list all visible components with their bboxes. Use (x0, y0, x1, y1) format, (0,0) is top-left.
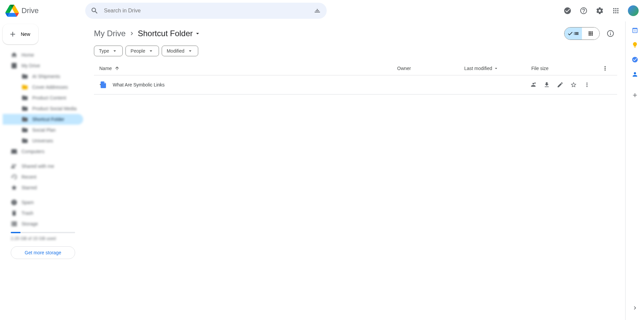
column-owner[interactable]: Owner (397, 66, 464, 71)
search-bar[interactable] (85, 3, 327, 19)
sidebar-item-recent[interactable]: Recent (3, 172, 83, 182)
trash-icon (11, 210, 17, 216)
breadcrumb: My Drive Shortcut Folder (94, 29, 201, 38)
search-icon (91, 7, 99, 15)
list-icon (573, 30, 579, 37)
drive-icon (11, 62, 17, 69)
breadcrumb-parent[interactable]: My Drive (94, 29, 126, 38)
recent-icon (11, 174, 17, 180)
column-menu[interactable] (598, 65, 612, 72)
header: Drive (0, 0, 644, 21)
sidebar-item-label: Shortcut Folder (32, 117, 64, 122)
sidebar-item-storage[interactable]: Storage (3, 218, 83, 229)
caret-down-icon (187, 48, 193, 54)
sidebar-item-my-drive[interactable]: My Drive (3, 60, 83, 71)
search-input[interactable] (104, 8, 313, 14)
column-name[interactable]: Name (99, 66, 397, 71)
settings-icon[interactable] (593, 4, 606, 17)
keep-icon[interactable] (632, 42, 638, 48)
get-storage-button[interactable]: Get more storage (11, 246, 75, 259)
folder-icon (21, 105, 28, 112)
contacts-icon[interactable] (632, 71, 638, 78)
header-right (561, 4, 639, 17)
logo-area[interactable]: Drive (5, 4, 85, 17)
more-vert-icon (602, 65, 608, 72)
filter-people[interactable]: People (125, 46, 159, 56)
breadcrumb-row: My Drive Shortcut Folder (94, 27, 617, 40)
calendar-icon[interactable]: 31 (632, 27, 638, 34)
filters: TypePeopleModified (94, 46, 617, 56)
content-main: My Drive Shortcut Folder (86, 21, 625, 320)
sidebar-item-ai-shipments[interactable]: AI Shipments (3, 71, 83, 82)
sidebar-item-spam[interactable]: Spam (3, 197, 83, 208)
folder-icon (21, 116, 28, 123)
storage-icon (11, 220, 17, 227)
apps-icon[interactable] (609, 4, 623, 17)
doc-shortcut-icon (99, 81, 107, 89)
table-row[interactable]: What Are Symbolic Links (94, 75, 617, 94)
help-icon[interactable] (577, 4, 590, 17)
table-header: Name Owner Last modified File size (94, 62, 617, 75)
storage-bar (11, 232, 75, 233)
grid-view-button[interactable] (582, 27, 599, 40)
new-button[interactable]: New (3, 24, 38, 44)
caret-down-icon (493, 66, 499, 71)
sidebar-item-universes[interactable]: Universes (3, 135, 83, 146)
sidebar: New HomeMy DriveAI ShipmentsCover Addres… (0, 21, 86, 320)
breadcrumb-current[interactable]: Shortcut Folder (138, 29, 201, 38)
sidebar-item-label: My Drive (21, 63, 40, 68)
plus-icon (632, 92, 638, 99)
download-button[interactable] (541, 79, 553, 91)
sidebar-item-product-social-media[interactable]: Product Social Media (3, 103, 83, 114)
side-panel: 31 (625, 21, 644, 320)
ready-offline-icon[interactable] (561, 4, 574, 17)
svg-point-3 (632, 57, 638, 63)
details-button[interactable] (604, 27, 617, 40)
app-title: Drive (21, 6, 39, 15)
sidebar-item-label: Product Content (32, 95, 66, 101)
row-name: What Are Symbolic Links (99, 81, 527, 89)
tasks-icon[interactable] (632, 56, 638, 63)
filter-modified[interactable]: Modified (162, 46, 198, 56)
star-icon (11, 184, 17, 191)
sidebar-item-social-plan[interactable]: Social Plan (3, 125, 83, 135)
sidebar-item-starred[interactable]: Starred (3, 182, 83, 193)
sidebar-item-computers[interactable]: Computers (3, 146, 83, 157)
sidebar-item-shared-with-me[interactable]: Shared with me (3, 161, 83, 172)
sidebar-item-trash[interactable]: Trash (3, 208, 83, 218)
computers-icon (11, 148, 17, 155)
sidebar-item-product-content[interactable]: Product Content (3, 92, 83, 103)
chevron-right-icon (128, 30, 135, 37)
share-button[interactable] (527, 79, 539, 91)
sort-up-icon (114, 66, 120, 71)
sidebar-item-label: AI Shipments (32, 74, 60, 79)
share-icon (530, 81, 537, 88)
collapse-panel-button[interactable] (628, 301, 642, 315)
list-view-button[interactable] (565, 27, 582, 40)
sidebar-item-label: Shared with me (21, 164, 54, 169)
shared-icon (11, 163, 17, 170)
filter-type[interactable]: Type (94, 46, 123, 56)
sidebar-item-shortcut-folder[interactable]: Shortcut Folder (3, 114, 83, 125)
check-icon (567, 30, 573, 37)
column-size[interactable]: File size (531, 66, 598, 71)
content: My Drive Shortcut Folder (86, 21, 644, 320)
column-modified[interactable]: Last modified (464, 66, 531, 71)
sidebar-item-home[interactable]: Home (3, 50, 83, 60)
view-toggle (564, 27, 617, 40)
search-options-icon[interactable] (313, 7, 321, 15)
folder-icon (21, 137, 28, 144)
sidebar-item-cover-addresses[interactable]: Cover Addresses (3, 82, 83, 92)
edit-button[interactable] (554, 79, 566, 91)
drive-logo-icon (5, 4, 19, 17)
add-panel-button[interactable] (628, 88, 642, 102)
more-button[interactable] (581, 79, 593, 91)
star-outline-icon (570, 81, 577, 88)
star-button[interactable] (568, 79, 580, 91)
sidebar-item-label: Cover Addresses (32, 84, 68, 90)
caret-down-icon (148, 48, 154, 54)
folder-icon (21, 73, 28, 80)
edit-icon (557, 81, 564, 88)
sidebar-item-label: Product Social Media (32, 106, 76, 111)
avatar[interactable] (628, 5, 639, 16)
